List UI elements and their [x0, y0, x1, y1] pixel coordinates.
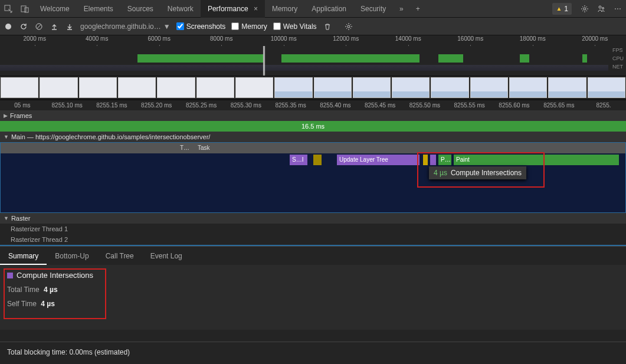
screenshot-thumb[interactable]	[588, 77, 625, 98]
memory-toggle[interactable]: Memory	[231, 22, 267, 31]
target-url[interactable]: googlechrome.github.io… ▼	[80, 22, 171, 31]
settings-gear-icon[interactable]	[344, 22, 353, 31]
main-track-header[interactable]: ▼ Main — https://googlechrome.github.io/…	[0, 132, 626, 142]
flame-ruler[interactable]: 05 ms 8255.10 ms 8255.15 ms 8255.20 ms 8…	[0, 100, 626, 110]
task-label[interactable]: Task	[195, 143, 212, 153]
dtick: 8255.10 ms	[45, 100, 90, 110]
tick: 16000 ms	[440, 35, 502, 46]
warning-icon: ▲	[556, 5, 562, 12]
record-icon[interactable]	[4, 22, 13, 31]
url-text: googlechrome.github.io…	[80, 22, 161, 31]
overview-ruler: 2000 ms 4000 ms 6000 ms 8000 ms 10000 ms…	[0, 35, 626, 46]
detail-tabs: Summary Bottom-Up Call Tree Event Log	[0, 246, 626, 265]
tab-network[interactable]: Network	[160, 0, 201, 18]
tab-sources[interactable]: Sources	[120, 0, 160, 18]
tab-memory[interactable]: Memory	[265, 0, 304, 18]
screenshot-thumb[interactable]	[274, 77, 312, 98]
tick: 6000 ms	[128, 35, 191, 46]
collapse-icon[interactable]: ▼	[4, 213, 9, 224]
clear-icon[interactable]	[34, 22, 44, 31]
tick: 20000 ms	[564, 35, 627, 46]
reload-icon[interactable]	[19, 22, 28, 31]
task-label[interactable]: T…	[178, 143, 192, 153]
tick: 14000 ms	[377, 35, 440, 46]
download-icon[interactable]	[65, 22, 74, 31]
tab-call-tree[interactable]: Call Tree	[97, 247, 142, 265]
screenshot-thumb[interactable]	[392, 77, 430, 98]
raster-track: Rasterizer Thread 1 Rasterizer Thread 2	[0, 224, 626, 245]
tab-elements[interactable]: Elements	[77, 0, 120, 18]
screenshot-thumb[interactable]	[157, 77, 195, 98]
tab-performance[interactable]: Performance ×	[201, 0, 265, 18]
tab-application[interactable]: Application	[304, 0, 353, 18]
close-icon[interactable]: ×	[254, 5, 258, 13]
raster-thread-row[interactable]: Rasterizer Thread 1	[0, 224, 626, 234]
tab-event-log[interactable]: Event Log	[142, 247, 191, 265]
lane-labels: FPS CPU NET	[612, 46, 624, 70]
screenshot-thumb[interactable]	[79, 77, 117, 98]
event-scripting[interactable]: S…I	[290, 155, 307, 165]
screenshot-thumb[interactable]	[548, 77, 586, 98]
screenshot-thumb[interactable]	[470, 77, 508, 98]
screenshot-thumb[interactable]	[353, 77, 391, 98]
tick: 10000 ms	[253, 35, 315, 46]
svg-line-8	[37, 24, 41, 29]
inspect-icon[interactable]	[0, 0, 17, 18]
tab-welcome[interactable]: Welcome	[33, 0, 77, 18]
overview-graph[interactable]: FPS CPU NET	[0, 46, 626, 76]
screenshot-thumb[interactable]	[314, 77, 352, 98]
overview-lane[interactable]: 2000 ms 4000 ms 6000 ms 8000 ms 10000 ms…	[0, 35, 626, 100]
account-icon[interactable]	[593, 0, 609, 18]
tab-summary[interactable]: Summary	[0, 247, 47, 265]
screenshot-thumb[interactable]	[118, 77, 156, 98]
svg-rect-1	[21, 6, 26, 12]
memory-label: Memory	[241, 22, 267, 31]
add-tab-icon[interactable]: +	[409, 0, 426, 18]
device-icon[interactable]	[17, 0, 33, 18]
tick: 18000 ms	[502, 35, 564, 46]
screenshot-thumb[interactable]	[235, 77, 273, 98]
more-tabs-icon[interactable]: »	[393, 0, 409, 18]
main-label: Main — https://googlechrome.github.io/sa…	[11, 132, 211, 142]
net-label: NET	[612, 64, 624, 70]
dtick: 8255.40 ms	[313, 100, 358, 110]
kebab-icon[interactable]: ⋯	[609, 0, 626, 18]
svg-point-3	[584, 8, 586, 10]
screenshots-toggle[interactable]: Screenshots	[176, 22, 226, 31]
filmstrip[interactable]	[0, 76, 626, 99]
upload-icon[interactable]	[50, 22, 59, 31]
screenshots-label: Screenshots	[186, 22, 226, 31]
tab-bottom-up[interactable]: Bottom-Up	[47, 247, 97, 265]
frames-track-header[interactable]: ▶ Frames	[0, 110, 626, 121]
screenshot-thumb[interactable]	[1, 77, 38, 98]
dtick: 05 ms	[0, 100, 45, 110]
screenshot-thumb[interactable]	[40, 77, 77, 98]
screenshot-thumb[interactable]	[509, 77, 547, 98]
fps-label: FPS	[612, 47, 624, 53]
collapse-icon[interactable]: ▼	[4, 132, 9, 142]
gear-icon[interactable]	[576, 0, 593, 18]
viewport-marker[interactable]	[263, 46, 266, 76]
event-other[interactable]	[313, 155, 322, 165]
event-update-layer-tree[interactable]: Update Layer Tree	[337, 155, 419, 165]
dtick: 8255.20 ms	[134, 100, 179, 110]
screenshots-checkbox[interactable]	[176, 22, 184, 30]
webvitals-checkbox[interactable]	[273, 22, 281, 30]
main-track[interactable]: T… Task S…I Update Layer Tree P… Paint 4…	[0, 142, 626, 213]
svg-point-9	[348, 25, 350, 28]
trash-icon[interactable]	[323, 22, 332, 31]
frames-track[interactable]: 16.5 ms	[0, 121, 626, 132]
tab-security[interactable]: Security	[353, 0, 393, 18]
flame-chart[interactable]: ▶ Frames 16.5 ms ▼ Main — https://google…	[0, 110, 626, 246]
memory-checkbox[interactable]	[231, 22, 239, 30]
webvitals-toggle[interactable]: Web Vitals	[273, 22, 317, 31]
frame-duration[interactable]: 16.5 ms	[0, 121, 626, 132]
warning-badge[interactable]: ▲ 1	[552, 3, 572, 15]
raster-track-header[interactable]: ▼ Raster	[0, 213, 626, 224]
screenshot-thumb[interactable]	[431, 77, 468, 98]
frames-label: Frames	[10, 110, 32, 121]
screenshot-thumb[interactable]	[196, 77, 234, 98]
raster-thread-row[interactable]: Rasterizer Thread 2	[0, 234, 626, 245]
event-tooltip: 4 µsCompute Intersections	[429, 166, 526, 179]
expand-icon[interactable]: ▶	[4, 110, 8, 121]
